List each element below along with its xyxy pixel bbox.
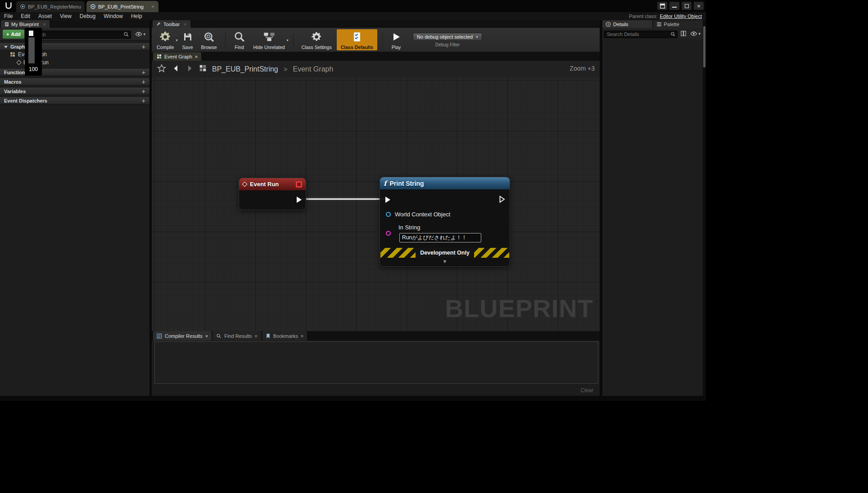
scrollbar-thumb[interactable] — [703, 26, 705, 67]
add-variable-button[interactable]: + — [142, 88, 145, 94]
debug-object-dropdown[interactable]: No debug object selected ▾ — [413, 33, 482, 41]
chevron-down-icon[interactable]: ▾ — [176, 38, 178, 42]
graph-canvas[interactable]: BP_EUB_PrintString > Event Graph Zoom +3… — [152, 61, 600, 331]
tab-palette[interactable]: Palette — [653, 20, 703, 28]
section-variables[interactable]: Variables + — [0, 88, 149, 95]
tab-find-results[interactable]: Find Results × — [212, 331, 261, 341]
in-string-input[interactable] — [399, 233, 481, 242]
close-icon[interactable]: × — [151, 4, 154, 9]
tab-toolbar[interactable]: Toolbar × — [153, 20, 190, 28]
breadcrumb-root[interactable]: BP_EUB_PrintString — [212, 65, 278, 73]
exec-out-pin[interactable] — [499, 196, 505, 205]
node-header[interactable]: Event Run — [239, 178, 306, 190]
tab-bookmarks[interactable]: Bookmarks × — [262, 331, 307, 341]
menu-view[interactable]: View — [56, 12, 76, 20]
nav-forward-icon[interactable] — [185, 64, 194, 74]
menu-window[interactable]: Window — [99, 12, 127, 20]
exec-out-pin[interactable] — [297, 197, 302, 203]
titlebar: BP_EUB_RegisterMenu BP_EUB_PrintString ×… — [0, 0, 706, 12]
development-only-banner: Development Only — [380, 248, 509, 258]
section-functions[interactable]: Functions + — [0, 69, 149, 76]
view-options-button[interactable]: ▾ — [689, 31, 701, 36]
view-options-button[interactable]: ▾ — [134, 31, 147, 37]
world-context-pin[interactable] — [386, 212, 391, 217]
close-icon[interactable]: × — [205, 333, 208, 339]
tab-label: Compiler Results — [165, 333, 203, 339]
tab-compiler-results[interactable]: Compiler Results × — [153, 331, 212, 341]
search-input[interactable] — [27, 31, 131, 39]
display-options-button[interactable] — [679, 31, 687, 36]
add-function-button[interactable]: + — [142, 69, 145, 76]
eye-icon — [135, 31, 142, 37]
parent-class-label: Parent class: — [629, 13, 658, 19]
tree-item-eventgraph[interactable]: EventGraph — [0, 50, 149, 58]
button-label: Class Defaults — [341, 45, 373, 50]
event-icon — [16, 60, 21, 65]
slider-track[interactable] — [28, 37, 35, 63]
menu-file[interactable]: File — [0, 12, 17, 20]
add-macro-button[interactable]: + — [142, 79, 145, 85]
browse-button[interactable]: Browse — [197, 29, 221, 51]
menu-debug[interactable]: Debug — [76, 12, 99, 20]
compile-button[interactable]: ▾ Compile — [153, 29, 178, 51]
slider-value: 100 — [25, 66, 42, 72]
my-blueprint-toolbar: + Add ▾ — [0, 28, 149, 40]
print-string-node[interactable]: f Print String World Context Object In S… — [380, 177, 510, 267]
doc-tab-print-string[interactable]: BP_EUB_PrintString × — [86, 1, 158, 12]
exec-in-pin[interactable] — [385, 197, 390, 203]
play-icon — [391, 30, 402, 44]
close-icon[interactable]: × — [184, 22, 186, 27]
tab-my-blueprint[interactable]: My Blueprint × — [1, 20, 50, 28]
menu-asset[interactable]: Asset — [34, 12, 56, 20]
section-label: Functions — [4, 70, 28, 75]
find-button[interactable]: Find — [230, 29, 249, 51]
maximize-button[interactable] — [682, 2, 692, 10]
event-run-node[interactable]: Event Run — [239, 178, 306, 210]
class-settings-button[interactable]: Class Settings — [298, 29, 336, 51]
save-button[interactable]: Save — [178, 29, 197, 51]
details-search-input[interactable] — [604, 31, 678, 38]
expander-icon — [4, 46, 8, 48]
search-icon — [670, 31, 676, 39]
nav-back-icon[interactable] — [172, 64, 180, 74]
in-string-pin[interactable] — [386, 231, 391, 236]
add-button[interactable]: + Add — [3, 30, 24, 39]
vertical-scrollbar[interactable] — [703, 20, 706, 396]
menu-edit[interactable]: Edit — [17, 12, 34, 20]
slider-handle[interactable] — [29, 31, 33, 36]
event-icon — [242, 181, 248, 187]
close-icon[interactable]: × — [254, 333, 257, 339]
plus-icon: + — [6, 31, 9, 37]
section-macros[interactable]: Macros + — [0, 78, 149, 85]
compile-gear-icon — [159, 30, 172, 44]
layout-icon[interactable] — [657, 2, 667, 10]
chevron-down-icon[interactable]: ▾ — [287, 38, 289, 42]
add-graph-button[interactable]: + — [142, 44, 145, 50]
close-icon[interactable]: × — [195, 54, 198, 59]
close-icon[interactable]: × — [301, 333, 303, 339]
parent-class-link[interactable]: Editor Utility Object — [660, 13, 702, 19]
slider-popup[interactable]: 100 — [25, 28, 42, 76]
bookmark-star-icon[interactable] — [157, 63, 167, 75]
toolbar-tabstrip: Toolbar × — [152, 20, 600, 28]
doc-tab-register-menu[interactable]: BP_EUB_RegisterMenu — [16, 1, 85, 12]
tab-label: Event Graph — [164, 54, 192, 59]
expand-node-arrow[interactable]: ▼ — [443, 259, 448, 264]
menu-help[interactable]: Help — [127, 12, 146, 20]
tree-item-event-run[interactable]: Event Run — [0, 58, 149, 67]
minimize-button[interactable] — [669, 2, 679, 10]
close-icon[interactable]: × — [43, 22, 45, 27]
tab-event-graph[interactable]: Event Graph × — [153, 52, 201, 61]
play-button[interactable]: Play — [387, 29, 406, 51]
close-button[interactable]: × — [694, 2, 704, 10]
section-graphs[interactable]: Graphs + — [0, 43, 149, 50]
add-event-dispatcher-button[interactable]: + — [142, 98, 145, 104]
tab-details[interactable]: Details — [602, 20, 652, 28]
hide-unrelated-button[interactable]: ▾ Hide Unrelated — [249, 29, 289, 51]
clear-button[interactable]: Clear — [580, 387, 593, 394]
node-header[interactable]: f Print String — [380, 177, 510, 189]
window-controls: × — [657, 2, 704, 10]
section-event-dispatchers[interactable]: Event Dispatchers + — [0, 97, 149, 104]
debug-filter-label: Debug Filter — [435, 42, 460, 47]
class-defaults-button[interactable]: Class Defaults — [337, 29, 377, 50]
